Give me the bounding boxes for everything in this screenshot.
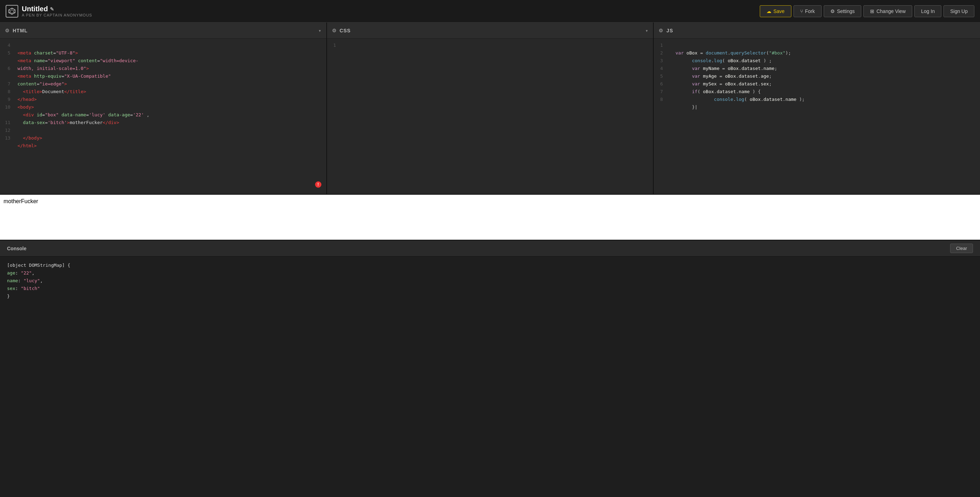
css-line-numbers: 1 bbox=[327, 39, 340, 52]
console-output: [object DOMStringMap] { age: "22", name:… bbox=[0, 256, 980, 497]
js-line-numbers: 1 2 3 4 5 6 7 8 bbox=[654, 39, 666, 122]
save-button[interactable]: ☁ Save bbox=[760, 5, 791, 17]
css-gear-icon[interactable]: ⚙ bbox=[332, 28, 337, 33]
change-view-label: Change View bbox=[877, 8, 905, 14]
preview-content: motherFucker bbox=[2, 198, 980, 205]
css-title-label: CSS bbox=[340, 28, 351, 33]
logo-area: Untitled ✎ A PEN BY CAPTAIN ANONYMOUS bbox=[6, 5, 760, 18]
html-editor-body[interactable]: 4 5 6 7 8 9 10 11 12 13 <meta charset="U… bbox=[0, 39, 326, 194]
js-editor: ⚙ JS 1 2 3 4 5 6 7 8 var oBox = document… bbox=[654, 22, 980, 194]
login-button[interactable]: Log In bbox=[914, 5, 941, 17]
fork-label: Fork bbox=[805, 8, 815, 14]
svg-marker-1 bbox=[10, 10, 14, 13]
title-area: Untitled ✎ A PEN BY CAPTAIN ANONYMOUS bbox=[22, 5, 92, 17]
preview-area: motherFucker bbox=[0, 195, 980, 241]
js-code-content[interactable]: var oBox = document.querySelector("#box"… bbox=[666, 39, 980, 122]
css-code-area: 1 bbox=[327, 39, 653, 52]
editors-row: ⚙ HTML ▾ 4 5 6 7 8 9 10 11 bbox=[0, 22, 980, 195]
html-code-area: 4 5 6 7 8 9 10 11 12 13 <meta charset="U… bbox=[0, 39, 326, 160]
fork-icon: ⑂ bbox=[800, 8, 803, 14]
clear-console-button[interactable]: Clear bbox=[950, 244, 973, 253]
js-editor-header: ⚙ JS bbox=[654, 22, 980, 39]
html-title-label: HTML bbox=[13, 28, 28, 33]
nav-buttons: ☁ Save ⑂ Fork ⚙ Settings ⊞ Change View L… bbox=[760, 5, 974, 17]
fork-button[interactable]: ⑂ Fork bbox=[794, 5, 822, 17]
change-view-button[interactable]: ⊞ Change View bbox=[863, 5, 912, 17]
signup-button[interactable]: Sign Up bbox=[943, 5, 974, 17]
signup-label: Sign Up bbox=[950, 8, 968, 14]
css-editor-title: ⚙ CSS bbox=[332, 28, 351, 33]
html-editor-header: ⚙ HTML ▾ bbox=[0, 22, 326, 39]
pen-subtitle: A PEN BY CAPTAIN ANONYMOUS bbox=[22, 13, 92, 17]
js-title-label: JS bbox=[666, 28, 673, 33]
console-line-4: sex: "bitch" bbox=[7, 285, 973, 292]
html-editor-title: ⚙ HTML bbox=[5, 28, 28, 33]
pen-title-text: Untitled bbox=[22, 5, 48, 13]
console-line-3: name: "lucy", bbox=[7, 277, 973, 285]
css-code-content[interactable] bbox=[340, 39, 653, 52]
js-code-area: 1 2 3 4 5 6 7 8 var oBox = document.quer… bbox=[654, 39, 980, 122]
js-editor-title: ⚙ JS bbox=[659, 28, 673, 33]
html-gear-icon[interactable]: ⚙ bbox=[5, 28, 10, 33]
html-error-indicator: ! bbox=[315, 182, 321, 188]
html-editor: ⚙ HTML ▾ 4 5 6 7 8 9 10 11 bbox=[0, 22, 327, 194]
html-line-numbers: 4 5 6 7 8 9 10 11 12 13 bbox=[0, 39, 14, 160]
css-collapse-button[interactable]: ▾ bbox=[645, 28, 648, 33]
css-editor: ⚙ CSS ▾ 1 bbox=[327, 22, 654, 194]
settings-button[interactable]: ⚙ Settings bbox=[824, 5, 862, 17]
console-line-1: [object DOMStringMap] { bbox=[7, 261, 973, 269]
settings-label: Settings bbox=[837, 8, 855, 14]
codepen-logo-icon bbox=[6, 5, 18, 18]
html-code-content[interactable]: <meta charset="UTF-8"> <meta name="viewp… bbox=[14, 39, 326, 160]
cloud-icon: ☁ bbox=[767, 8, 772, 14]
save-label: Save bbox=[773, 8, 785, 14]
console-area: Console Clear [object DOMStringMap] { ag… bbox=[0, 241, 980, 497]
login-label: Log In bbox=[921, 8, 935, 14]
edit-title-icon[interactable]: ✎ bbox=[50, 6, 54, 12]
view-icon: ⊞ bbox=[870, 8, 874, 14]
js-gear-icon[interactable]: ⚙ bbox=[659, 28, 663, 33]
css-editor-body[interactable]: 1 bbox=[327, 39, 653, 194]
html-collapse-button[interactable]: ▾ bbox=[318, 28, 321, 33]
top-navigation: Untitled ✎ A PEN BY CAPTAIN ANONYMOUS ☁ … bbox=[0, 0, 980, 22]
js-editor-body[interactable]: 1 2 3 4 5 6 7 8 var oBox = document.quer… bbox=[654, 39, 980, 194]
console-header: Console Clear bbox=[0, 241, 980, 256]
console-line-2: age: "22", bbox=[7, 269, 973, 277]
gear-icon: ⚙ bbox=[830, 8, 835, 14]
pen-title: Untitled ✎ bbox=[22, 5, 92, 13]
console-line-5: } bbox=[7, 292, 973, 300]
console-title: Console bbox=[7, 246, 26, 251]
css-editor-header: ⚙ CSS ▾ bbox=[327, 22, 653, 39]
